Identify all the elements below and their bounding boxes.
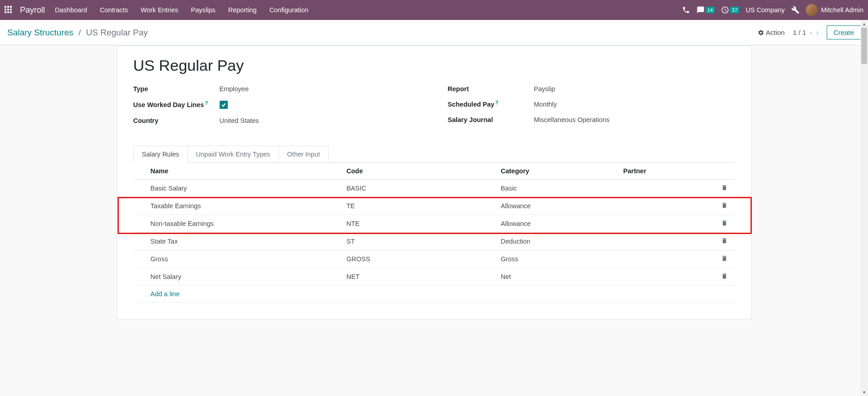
cell-code[interactable]: GROSS: [347, 250, 501, 268]
field-country: Country United States: [133, 117, 421, 124]
user-name: Mitchell Admin: [821, 6, 863, 14]
pager: 1 / 1 ‹ ›: [793, 28, 819, 37]
cell-partner[interactable]: [623, 215, 715, 233]
th-name[interactable]: Name: [133, 163, 347, 180]
table-row[interactable]: Taxable EarningsTEAllowance: [133, 197, 735, 215]
cell-partner[interactable]: [623, 233, 715, 250]
cell-category[interactable]: Gross: [501, 250, 623, 268]
form-sheet: US Regular Pay Type Employee Use Worked …: [117, 45, 752, 319]
cell-name[interactable]: Net Salary: [133, 268, 347, 286]
trash-icon[interactable]: [721, 202, 728, 209]
nav-contracts[interactable]: Contracts: [100, 6, 128, 14]
cell-delete: [715, 250, 735, 268]
gear-icon: [758, 29, 764, 36]
type-label: Type: [133, 85, 220, 93]
pager-prev[interactable]: ‹: [810, 28, 813, 37]
scheduled-label: Scheduled Pay ?: [448, 101, 534, 108]
cell-code[interactable]: NET: [347, 268, 501, 286]
app-brand[interactable]: Payroll: [20, 5, 45, 15]
cell-category[interactable]: Allowance: [501, 197, 623, 215]
nav-reporting[interactable]: Reporting: [228, 6, 257, 14]
table-row[interactable]: GrossGROSSGross: [133, 250, 735, 268]
report-label: Report: [448, 85, 534, 93]
cell-code[interactable]: ST: [347, 233, 501, 250]
cell-code[interactable]: BASIC: [347, 180, 501, 197]
cell-partner[interactable]: [623, 268, 715, 286]
pager-next[interactable]: ›: [816, 28, 819, 37]
cell-code[interactable]: NTE: [347, 215, 501, 233]
th-code[interactable]: Code: [347, 163, 501, 180]
nav-payslips[interactable]: Payslips: [191, 6, 216, 14]
cell-category[interactable]: Net: [501, 268, 623, 286]
country-label: Country: [133, 117, 220, 124]
scheduled-value[interactable]: Monthly: [534, 101, 557, 108]
country-value[interactable]: United States: [220, 117, 259, 124]
help-icon[interactable]: ?: [495, 100, 499, 105]
th-delete: [715, 163, 735, 180]
top-navbar: Payroll Dashboard Contracts Work Entries…: [0, 0, 868, 20]
action-label: Action: [766, 29, 785, 36]
add-line-link[interactable]: Add a line: [133, 286, 735, 303]
table-row[interactable]: Non-taxable EarningsNTEAllowance: [133, 215, 735, 233]
field-worked-day: Use Worked Day Lines ?: [133, 101, 421, 109]
trash-icon[interactable]: [721, 184, 728, 191]
control-panel: Salary Structures / US Regular Pay Actio…: [0, 20, 868, 45]
breadcrumb: Salary Structures / US Regular Pay: [7, 28, 148, 38]
table-row[interactable]: Basic SalaryBASICBasic: [133, 180, 735, 197]
cell-partner[interactable]: [623, 250, 715, 268]
tab-other-input[interactable]: Other Input: [279, 146, 329, 163]
cell-partner[interactable]: [623, 180, 715, 197]
trash-icon[interactable]: [721, 255, 728, 262]
checkbox-checked-icon[interactable]: [220, 101, 228, 109]
nav-configuration[interactable]: Configuration: [270, 6, 309, 14]
apps-icon[interactable]: [5, 6, 13, 14]
report-value[interactable]: Payslip: [534, 85, 555, 93]
cell-category[interactable]: Deduction: [501, 233, 623, 250]
breadcrumb-root[interactable]: Salary Structures: [7, 28, 74, 37]
scrollbar-thumb[interactable]: [861, 28, 867, 64]
cell-code[interactable]: TE: [347, 197, 501, 215]
phone-icon[interactable]: [682, 6, 690, 14]
table-row[interactable]: Net SalaryNETNet: [133, 268, 735, 286]
help-icon[interactable]: ?: [205, 100, 208, 106]
table-row[interactable]: State TaxSTDeduction: [133, 233, 735, 250]
messaging-icon[interactable]: 14: [696, 6, 715, 14]
type-value[interactable]: Employee: [220, 85, 249, 93]
worked-day-value[interactable]: [220, 101, 228, 109]
action-dropdown[interactable]: Action: [758, 29, 785, 36]
cell-category[interactable]: Allowance: [501, 215, 623, 233]
cell-name[interactable]: Basic Salary: [133, 180, 347, 197]
breadcrumb-current: US Regular Pay: [86, 28, 148, 37]
activity-icon[interactable]: 37: [721, 6, 739, 14]
trash-icon[interactable]: [721, 220, 728, 226]
cell-category[interactable]: Basic: [501, 180, 623, 197]
pager-text[interactable]: 1 / 1: [793, 29, 806, 36]
tab-unpaid-work-entry[interactable]: Unpaid Work Entry Types: [187, 146, 279, 163]
nav-dashboard[interactable]: Dashboard: [55, 6, 87, 14]
nav-work-entries[interactable]: Work Entries: [141, 6, 178, 14]
cell-delete: [715, 180, 735, 197]
trash-icon[interactable]: [721, 273, 728, 279]
th-partner[interactable]: Partner: [623, 163, 715, 180]
cell-name[interactable]: State Tax: [133, 233, 347, 250]
cell-delete: [715, 197, 735, 215]
scroll-up-icon[interactable]: ▴: [860, 20, 868, 28]
create-button[interactable]: Create: [827, 25, 861, 39]
cell-name[interactable]: Gross: [133, 250, 347, 268]
user-menu[interactable]: Mitchell Admin: [806, 4, 863, 16]
journal-label: Salary Journal: [448, 116, 534, 123]
trash-icon[interactable]: [721, 237, 728, 244]
th-category[interactable]: Category: [501, 163, 623, 180]
debug-icon[interactable]: [791, 6, 799, 14]
scrollbar[interactable]: ▴ ▾: [860, 20, 868, 337]
company-switcher[interactable]: US Company: [745, 6, 785, 14]
journal-value[interactable]: Miscellaneous Operations: [534, 116, 610, 123]
cell-name[interactable]: Taxable Earnings: [133, 197, 347, 215]
cell-partner[interactable]: [623, 197, 715, 215]
cell-name[interactable]: Non-taxable Earnings: [133, 215, 347, 233]
breadcrumb-separator: /: [78, 28, 81, 37]
activity-badge: 37: [730, 7, 739, 13]
cell-delete: [715, 268, 735, 286]
navbar-right: 14 37 US Company Mitchell Admin: [682, 4, 863, 16]
tab-salary-rules[interactable]: Salary Rules: [133, 146, 188, 163]
